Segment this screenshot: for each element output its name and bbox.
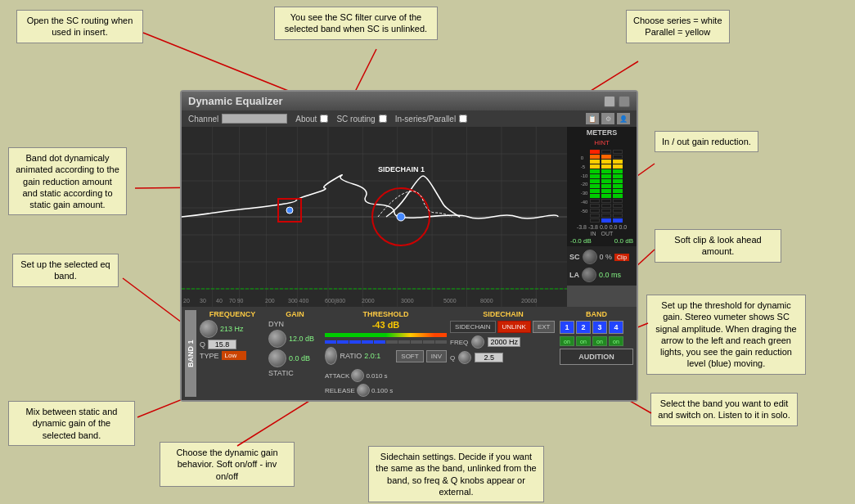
band2-on-button[interactable]: on: [576, 336, 591, 346]
attack-row: ATTACK 0.010 s: [325, 369, 447, 382]
static-val-row: 0.0 dB: [268, 349, 322, 367]
la-val: 0.0 ms: [599, 271, 621, 279]
svg-point-31: [286, 207, 293, 214]
svg-text:600|800: 600|800: [325, 298, 345, 304]
sc-knob[interactable]: [583, 250, 597, 264]
sc-q-knob[interactable]: [458, 351, 471, 364]
dyn-knob[interactable]: [268, 330, 286, 348]
in-series-ctrl: In-series/Parallel: [395, 115, 467, 124]
freq-knob[interactable]: [200, 320, 218, 338]
about-checkbox[interactable]: [320, 115, 328, 123]
release-val: 0.100 s: [371, 387, 393, 394]
channel-ctrl: Channel: [188, 114, 287, 124]
gain-section: GAIN DYN 12.0 dB 0.0 dB STATIC: [268, 310, 322, 397]
band-on-buttons: on on on on: [560, 336, 633, 346]
band2-button[interactable]: 2: [576, 321, 591, 334]
sc-row: SC 0 % Clip: [569, 250, 634, 264]
clip-button[interactable]: Clip: [614, 254, 629, 261]
la-row: LA 0.0 ms: [569, 268, 634, 282]
svg-text:20: 20: [183, 298, 190, 304]
static-label-row: STATIC: [268, 369, 322, 377]
annotation-band-select: Select the band you want to edit and swi…: [650, 393, 798, 426]
sc-pct-val: 0 %: [600, 253, 613, 261]
eq-canvas[interactable]: 20 30 40 70 90 200 300 400 600|800 2000 …: [182, 127, 567, 307]
svg-point-33: [397, 213, 405, 221]
close-button[interactable]: [619, 96, 630, 107]
meters-title-label: METERS: [587, 128, 618, 137]
attack-knob[interactable]: [351, 369, 364, 382]
annotation-sc-filter: You see the SC filter curve of the selec…: [274, 7, 438, 40]
help-icon[interactable]: 👤: [617, 113, 630, 124]
bottom-section: BAND 1 FREQUENCY 213 Hz Q TYPE Low GAIN …: [182, 307, 637, 400]
eq-svg: 20 30 40 70 90 200 300 400 600|800 2000 …: [182, 127, 567, 307]
right-panel: METERS HINT 0-5-10-20-30-40-50: [567, 127, 637, 307]
copy-icon[interactable]: 📋: [586, 113, 599, 124]
in-db-val: -0.0 dB: [570, 237, 592, 245]
sidechain-label: SIDECHAIN: [450, 310, 556, 318]
sc-freq-label: FREQ: [450, 339, 468, 346]
audition-button[interactable]: AUDITION: [560, 349, 633, 365]
annotation-sidechain: Sidechain settings. Decide if you want t…: [368, 446, 544, 502]
freq-param-row: 213 Hz: [200, 320, 265, 338]
band3-button[interactable]: 3: [592, 321, 607, 334]
band-section: BAND 1 2 3 4 on on on on AUDITION: [560, 310, 633, 397]
q-input[interactable]: [208, 340, 236, 349]
band-1-label: BAND 1: [185, 310, 196, 397]
annotation-eq-band: Set up the selected eq band.: [12, 254, 119, 287]
sidechain-buttons: SIDECHAIN UNLINK EXT: [450, 321, 556, 333]
band1-on-button[interactable]: on: [560, 336, 574, 346]
la-knob[interactable]: [582, 268, 596, 282]
settings-icon[interactable]: ⚙: [601, 113, 614, 124]
dyn-val: 12.0 dB: [289, 335, 318, 343]
release-knob[interactable]: [357, 384, 370, 397]
annotation-band-dot: Band dot dynamicaly animated according t…: [8, 147, 127, 215]
ext-button[interactable]: EXT: [533, 321, 556, 333]
annotation-threshold: Set up the threshold for dynamic gain. S…: [646, 295, 806, 375]
static-knob[interactable]: [268, 349, 286, 367]
ratio-val: 2.0:1: [364, 352, 394, 360]
sidechain-main-button[interactable]: SIDECHAIN: [450, 321, 496, 333]
release-label: RELEASE: [325, 387, 355, 394]
sidechain-section: SIDECHAIN SIDECHAIN UNLINK EXT FREQ Q: [450, 310, 556, 397]
dyn-label: DYN: [268, 320, 284, 328]
eq-main-area: 20 30 40 70 90 200 300 400 600|800 2000 …: [182, 127, 637, 307]
ratio-knob[interactable]: [325, 347, 337, 365]
annotation-mix: Mix between static and dynamic gain of t…: [8, 401, 135, 446]
about-label: About: [295, 115, 317, 124]
soft-button[interactable]: SOFT: [396, 350, 423, 362]
attack-val: 0.010 s: [366, 372, 387, 380]
annotation-dynamic-gain: Choose the dynamic gain behavior. Soft o…: [160, 442, 295, 487]
band1-button[interactable]: 1: [560, 321, 574, 334]
annotation-softclip: Soft clip & look ahead amount.: [655, 229, 781, 263]
in-series-checkbox[interactable]: [459, 115, 467, 123]
threshold-label: THRESHOLD: [325, 310, 447, 318]
unlink-button[interactable]: UNLINK: [497, 321, 531, 333]
sc-routing-ctrl: SC routing: [336, 115, 386, 124]
in-label: IN: [591, 231, 596, 236]
sc-freq-knob[interactable]: [471, 335, 484, 349]
threshold-bar: [325, 333, 447, 337]
minimize-button[interactable]: [604, 96, 615, 107]
svg-text:200: 200: [265, 298, 275, 304]
freq-val: 213 Hz: [220, 325, 250, 333]
svg-text:40: 40: [216, 298, 223, 304]
band4-button[interactable]: 4: [609, 321, 623, 334]
threshold-section: THRESHOLD -43 dB RATIO: [325, 310, 447, 397]
type-label: TYPE: [200, 352, 219, 360]
svg-text:20000: 20000: [521, 298, 538, 304]
inv-button[interactable]: INV: [426, 350, 447, 362]
sc-routing-checkbox[interactable]: [379, 115, 387, 123]
plugin-title: Dynamic Equalizer: [188, 95, 283, 107]
svg-text:2000: 2000: [362, 298, 375, 304]
sc-q-input[interactable]: [475, 353, 503, 362]
channel-input[interactable]: [222, 114, 287, 124]
svg-text:5000: 5000: [443, 298, 457, 304]
q-label: Q: [200, 340, 205, 349]
plugin-window: Dynamic Equalizer Channel About SC routi…: [180, 90, 638, 402]
titlebar-buttons: [604, 96, 630, 107]
band3-on-button[interactable]: on: [592, 336, 607, 346]
type-val[interactable]: Low: [222, 351, 246, 360]
sc-freq-input[interactable]: [488, 337, 520, 347]
svg-text:30: 30: [200, 298, 206, 304]
band4-on-button[interactable]: on: [609, 336, 623, 346]
